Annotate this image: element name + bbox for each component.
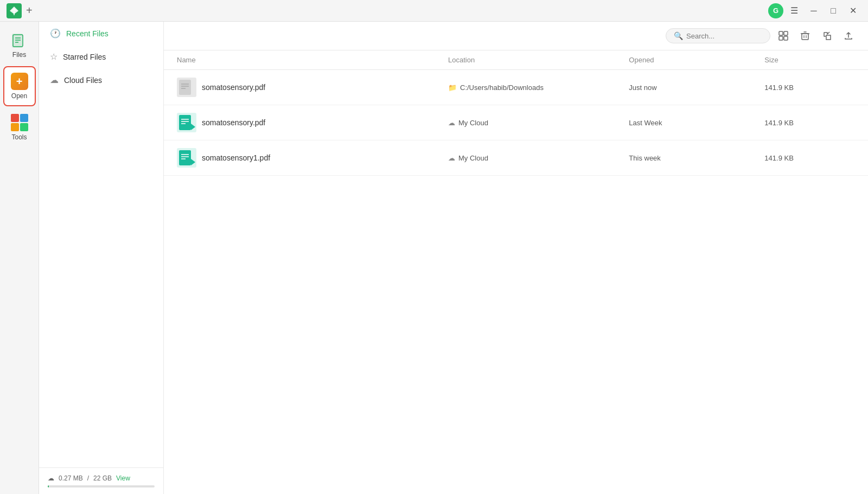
cloud-storage-icon: ☁ <box>48 474 54 482</box>
location-text: My Cloud <box>458 119 488 127</box>
pdf-cloud-icon <box>177 148 196 168</box>
size-cell: 141.9 KB <box>764 119 855 127</box>
svg-rect-1 <box>12 34 23 48</box>
app-logo-icon <box>7 3 22 18</box>
sidebar-item-files[interactable]: Files <box>3 26 36 64</box>
opened-text: Last Week <box>629 119 662 127</box>
sidebar-tools-label: Tools <box>11 133 27 141</box>
svg-rect-8 <box>779 36 783 40</box>
table-header: Name Location Opened Size <box>164 50 868 70</box>
opened-text: This week <box>629 154 661 162</box>
nav-item-recent[interactable]: 🕐 Recent Files <box>39 22 163 45</box>
delete-button[interactable] <box>796 27 814 44</box>
upload-icon <box>844 31 853 41</box>
svg-rect-6 <box>779 31 783 35</box>
file-name: somatosensory.pdf <box>202 118 265 127</box>
star-icon: ☆ <box>50 52 58 62</box>
col-size: Size <box>764 56 855 64</box>
app-body: Files + Open Tools 🕐 Recent Files <box>0 22 868 494</box>
titlebar-controls: G ☰ ─ □ ✕ <box>768 2 861 20</box>
close-button[interactable]: ✕ <box>844 2 861 20</box>
toolbar: 🔍 <box>164 22 868 50</box>
col-location: Location <box>448 56 629 64</box>
open-icon: + <box>11 73 28 90</box>
file-name-cell: somatosensory.pdf <box>177 78 448 97</box>
storage-total: 22 GB <box>93 474 112 482</box>
hamburger-menu-button[interactable]: ☰ <box>786 2 803 20</box>
svg-rect-21 <box>179 115 191 130</box>
sidebar-files-label: Files <box>12 51 26 59</box>
cloud-nav-icon: ☁ <box>50 75 59 85</box>
location-cell: 📁 C:/Users/habib/Downloads <box>448 84 629 92</box>
location-text: C:/Users/habib/Downloads <box>460 84 544 92</box>
main-content: 🔍 <box>164 22 868 494</box>
tools-icon <box>11 114 28 131</box>
opened-cell: This week <box>629 154 764 162</box>
sidebar-item-tools[interactable]: Tools <box>3 108 36 146</box>
opened-cell: Just now <box>629 84 764 92</box>
storage-bar-fill <box>48 485 49 487</box>
pdf-file-icon <box>177 78 196 97</box>
grid-view-button[interactable] <box>775 27 792 44</box>
location-cell: ☁ My Cloud <box>448 154 629 162</box>
opened-text: Just now <box>629 84 656 92</box>
location-cell: ☁ My Cloud <box>448 119 629 127</box>
nav-starred-label: Starred Files <box>63 53 106 61</box>
search-input[interactable] <box>686 32 762 40</box>
storage-bar <box>48 485 155 487</box>
svg-rect-9 <box>784 36 788 40</box>
file-name: somatosensory.pdf <box>202 83 265 92</box>
maximize-button[interactable]: □ <box>825 2 842 20</box>
nav-recent-label: Recent Files <box>66 29 108 38</box>
file-name-cell: somatosensory.pdf <box>177 113 448 132</box>
share-icon <box>822 31 832 41</box>
nav-item-cloud[interactable]: ☁ Cloud Files <box>39 68 163 92</box>
storage-section: ☁ 0.27 MB / 22 GB View <box>39 467 163 494</box>
size-text: 141.9 KB <box>764 154 794 162</box>
col-name: Name <box>177 56 448 64</box>
pdf-cloud-icon <box>177 113 196 132</box>
grid-view-icon <box>778 31 788 41</box>
share-button[interactable] <box>818 27 835 44</box>
files-icon <box>11 31 28 49</box>
storage-used: 0.27 MB <box>59 474 83 482</box>
svg-rect-16 <box>179 80 191 95</box>
opened-cell: Last Week <box>629 119 764 127</box>
file-name: somatosensory1.pdf <box>202 153 270 162</box>
svg-rect-10 <box>802 34 808 40</box>
minimize-button[interactable]: ─ <box>805 2 822 20</box>
size-cell: 141.9 KB <box>764 154 855 162</box>
col-opened: Opened <box>629 56 764 64</box>
search-box[interactable]: 🔍 <box>666 28 770 43</box>
nav-cloud-label: Cloud Files <box>64 76 102 85</box>
size-text: 141.9 KB <box>764 84 794 92</box>
size-cell: 141.9 KB <box>764 84 855 92</box>
sidebar-item-open[interactable]: + Open <box>3 66 36 106</box>
clock-icon: 🕐 <box>50 28 61 39</box>
storage-view-link[interactable]: View <box>116 474 130 482</box>
file-name-cell: somatosensory1.pdf <box>177 148 448 168</box>
nav-item-starred[interactable]: ☆ Starred Files <box>39 45 163 68</box>
avatar[interactable]: G <box>768 3 783 18</box>
table-row[interactable]: somatosensory.pdf ☁ My Cloud Last Week 1… <box>164 105 868 140</box>
upload-button[interactable] <box>840 27 857 44</box>
location-text: My Cloud <box>458 154 488 162</box>
size-text: 141.9 KB <box>764 119 794 127</box>
folder-icon: 📁 <box>448 84 457 92</box>
sidebar-open-label: Open <box>11 92 27 100</box>
table-row[interactable]: somatosensory.pdf 📁 C:/Users/habib/Downl… <box>164 70 868 105</box>
table-row[interactable]: somatosensory1.pdf ☁ My Cloud This week … <box>164 140 868 176</box>
trash-icon <box>800 31 810 41</box>
icon-sidebar: Files + Open Tools <box>0 22 39 494</box>
cloud-icon: ☁ <box>448 119 455 127</box>
search-icon: 🔍 <box>674 31 683 40</box>
cloud-icon: ☁ <box>448 154 455 162</box>
svg-rect-27 <box>179 150 191 165</box>
storage-info: ☁ 0.27 MB / 22 GB View <box>48 474 155 482</box>
nav-sidebar: 🕐 Recent Files ☆ Starred Files ☁ Cloud F… <box>39 22 164 494</box>
titlebar: + G ☰ ─ □ ✕ <box>0 0 868 22</box>
new-tab-button[interactable]: + <box>26 4 33 17</box>
svg-rect-7 <box>784 31 788 35</box>
file-table: Name Location Opened Size somatosenso <box>164 50 868 494</box>
titlebar-left: + <box>7 3 33 18</box>
